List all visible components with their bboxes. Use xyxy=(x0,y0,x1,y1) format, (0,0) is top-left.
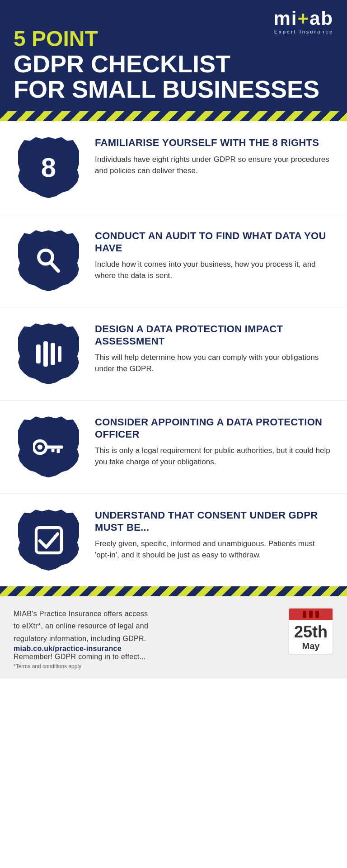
item-content-4: CONSIDER APPOINTING A DATA PROTECTION OF… xyxy=(95,416,331,468)
item-content-2: CONDUCT AN AUDIT TO FIND WHAT DATA YOU H… xyxy=(95,230,331,282)
number-8-icon: 8 xyxy=(41,154,56,181)
svg-point-7 xyxy=(37,444,42,449)
footer: MIAB's Practice Insurance offers access … xyxy=(0,586,347,679)
fingerprint-icon xyxy=(33,338,65,370)
checklist-item-1: 8 FAMILIARISE YOURSELF WITH THE 8 RIGHTS… xyxy=(0,121,347,214)
calendar-ring-center xyxy=(309,611,313,618)
svg-rect-3 xyxy=(43,341,48,367)
footer-text-1: MIAB's Practice Insurance offers access xyxy=(14,608,279,620)
item-title-5: UNDERSTAND THAT CONSENT UNDER GDPR MUST … xyxy=(95,509,331,533)
logo-b: b xyxy=(321,8,333,29)
header-title-white-1: GDPR CHECKLIST xyxy=(14,51,333,77)
badge-4 xyxy=(18,416,79,477)
item-title-1: FAMILIARISE YOURSELF WITH THE 8 RIGHTS xyxy=(95,137,331,149)
calendar-widget: 25th May xyxy=(288,608,333,655)
badge-5 xyxy=(18,509,79,571)
logo-dot: + xyxy=(297,8,309,29)
item-title-2: CONDUCT AN AUDIT TO FIND WHAT DATA YOU H… xyxy=(95,230,331,254)
calendar-top xyxy=(289,609,333,620)
calendar-date: 25th xyxy=(291,624,330,640)
badge-1: 8 xyxy=(18,137,79,198)
logo-a: a xyxy=(309,8,321,29)
checklist-item-5: UNDERSTAND THAT CONSENT UNDER GDPR MUST … xyxy=(0,494,347,586)
item-content-5: UNDERSTAND THAT CONSENT UNDER GDPR MUST … xyxy=(95,509,331,561)
checklist-item-4: CONSIDER APPOINTING A DATA PROTECTION OF… xyxy=(0,401,347,494)
item-content-3: DESIGN A DATA PROTECTION IMPACT ASSESSME… xyxy=(95,323,331,375)
svg-rect-8 xyxy=(46,445,63,448)
badge-2 xyxy=(18,230,79,291)
svg-rect-10 xyxy=(51,448,54,452)
svg-rect-9 xyxy=(56,448,60,453)
logo-i: i xyxy=(291,8,298,29)
item-title-4: CONSIDER APPOINTING A DATA PROTECTION OF… xyxy=(95,416,331,440)
badge-wrap-2 xyxy=(14,230,84,291)
item-desc-3: This will help determine how you can com… xyxy=(95,352,331,375)
footer-terms: *Terms and conditions apply xyxy=(14,663,279,670)
badge-wrap-4 xyxy=(14,416,84,477)
checkbox-icon xyxy=(33,524,65,556)
item-content-1: FAMILIARISE YOURSELF WITH THE 8 RIGHTS I… xyxy=(95,137,331,176)
logo-subtitle: Expert Insurance xyxy=(274,29,333,34)
item-desc-4: This is only a legal requirement for pub… xyxy=(95,445,331,468)
header-title-white-2: FOR SMALL BUSINESSES xyxy=(14,76,333,102)
badge-wrap-5 xyxy=(14,509,84,571)
logo: mi+ab Expert Insurance xyxy=(273,9,333,34)
checklist-content: 8 FAMILIARISE YOURSELF WITH THE 8 RIGHTS… xyxy=(0,121,347,586)
calendar-ring-left xyxy=(303,611,306,618)
checklist-item-2: CONDUCT AN AUDIT TO FIND WHAT DATA YOU H… xyxy=(0,214,347,307)
svg-rect-5 xyxy=(58,346,61,362)
calendar-month: May xyxy=(291,641,330,651)
magnifier-icon xyxy=(33,245,65,277)
key-icon xyxy=(33,431,65,463)
logo-m: m xyxy=(273,8,291,29)
footer-text-area: MIAB's Practice Insurance offers access … xyxy=(14,608,279,670)
footer-remember: Remember! GDPR coming in to effect... xyxy=(14,653,279,661)
item-desc-5: Freely given, specific, informed and una… xyxy=(95,538,331,561)
footer-stripe-divider xyxy=(0,586,347,596)
svg-rect-4 xyxy=(51,343,55,365)
badge-3 xyxy=(18,323,79,384)
badge-wrap-1: 8 xyxy=(14,137,84,198)
logo-text: mi+ab xyxy=(273,9,333,28)
badge-wrap-3 xyxy=(14,323,84,384)
footer-content: MIAB's Practice Insurance offers access … xyxy=(0,596,347,679)
header: mi+ab Expert Insurance 5 POINT GDPR CHEC… xyxy=(0,0,347,111)
item-desc-1: Individuals have eight rights under GDPR… xyxy=(95,154,331,177)
footer-text-3: regulatory information, including GDPR. xyxy=(14,632,279,645)
calendar-ring-right xyxy=(315,611,319,618)
item-desc-2: Include how it comes into your business,… xyxy=(95,259,331,282)
checklist-item-3: DESIGN A DATA PROTECTION IMPACT ASSESSME… xyxy=(0,307,347,401)
footer-link[interactable]: miab.co.uk/practice-insurance xyxy=(14,645,279,653)
item-title-3: DESIGN A DATA PROTECTION IMPACT ASSESSME… xyxy=(95,323,331,347)
footer-text-2: to eIXtr*, an online resource of legal a… xyxy=(14,620,279,632)
svg-rect-2 xyxy=(36,344,41,363)
svg-line-1 xyxy=(51,263,58,271)
calendar-body: 25th May xyxy=(289,620,333,654)
top-stripe-divider xyxy=(0,111,347,121)
